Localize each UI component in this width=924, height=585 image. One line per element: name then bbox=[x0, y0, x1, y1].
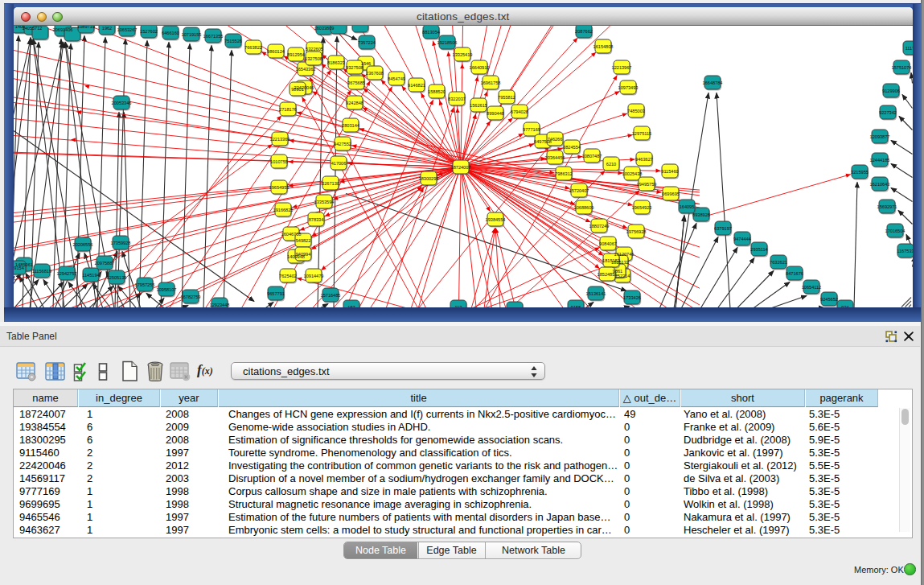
svg-text:18300295: 18300295 bbox=[419, 176, 439, 181]
svg-text:549822: 549822 bbox=[296, 238, 311, 243]
svg-text:8938928: 8938928 bbox=[692, 212, 710, 217]
svg-text:16120746: 16120746 bbox=[614, 252, 634, 257]
svg-text:8322037: 8322037 bbox=[448, 97, 466, 101]
svg-text:9245652: 9245652 bbox=[820, 297, 838, 302]
svg-text:1962: 1962 bbox=[102, 26, 112, 31]
svg-text:9227342: 9227342 bbox=[879, 110, 897, 115]
svg-text:9327508: 9327508 bbox=[346, 65, 363, 70]
svg-text:8912954: 8912954 bbox=[287, 52, 305, 57]
svg-text:9860124: 9860124 bbox=[267, 49, 285, 54]
svg-text:10719155: 10719155 bbox=[182, 32, 202, 37]
svg-text:7663822: 7663822 bbox=[244, 45, 262, 50]
svg-text:16033809: 16033809 bbox=[314, 26, 335, 31]
svg-text:12213967: 12213967 bbox=[612, 65, 632, 70]
svg-text:19756928: 19756928 bbox=[626, 229, 647, 234]
svg-text:13325419: 13325419 bbox=[453, 52, 473, 57]
svg-text:15720407: 15720407 bbox=[569, 188, 589, 193]
svg-text:924: 924 bbox=[841, 305, 848, 308]
svg-text:9242848: 9242848 bbox=[346, 101, 363, 105]
svg-text:2935114: 2935114 bbox=[750, 247, 767, 252]
svg-text:9115460: 9115460 bbox=[661, 169, 678, 174]
svg-text:20206556: 20206556 bbox=[73, 242, 93, 247]
svg-text:196: 196 bbox=[511, 307, 518, 308]
svg-text:1588520: 1588520 bbox=[428, 89, 446, 94]
svg-text:1562615: 1562615 bbox=[470, 103, 487, 108]
svg-text:2087662: 2087662 bbox=[575, 29, 593, 34]
svg-text:15692971: 15692971 bbox=[877, 204, 897, 209]
svg-text:3267130: 3267130 bbox=[322, 181, 339, 186]
svg-text:113: 113 bbox=[455, 305, 462, 308]
svg-text:14055712: 14055712 bbox=[23, 26, 43, 31]
svg-text:10914479: 10914479 bbox=[304, 274, 324, 278]
svg-text:18524851: 18524851 bbox=[598, 272, 618, 277]
svg-text:18724007: 18724007 bbox=[451, 165, 471, 170]
svg-text:6210: 6210 bbox=[606, 162, 616, 167]
svg-text:12505135: 12505135 bbox=[107, 275, 127, 280]
svg-text:10025438: 10025438 bbox=[622, 171, 643, 176]
svg-text:12444185: 12444185 bbox=[870, 158, 890, 163]
svg-text:11156819: 11156819 bbox=[32, 269, 51, 274]
svg-text:6379197: 6379197 bbox=[714, 226, 732, 231]
svg-text:12213369: 12213369 bbox=[270, 137, 290, 142]
svg-text:1327508: 1327508 bbox=[305, 56, 322, 61]
svg-text:8454749: 8454749 bbox=[388, 76, 405, 81]
svg-text:9084067: 9084067 bbox=[599, 241, 617, 246]
svg-text:12942757: 12942757 bbox=[57, 271, 77, 276]
svg-text:16961758: 16961758 bbox=[481, 80, 501, 85]
svg-text:20364456: 20364456 bbox=[545, 155, 565, 160]
svg-text:9474444: 9474444 bbox=[733, 237, 751, 241]
svg-text:7515526: 7515526 bbox=[224, 39, 242, 43]
svg-text:2803144: 2803144 bbox=[342, 123, 359, 128]
svg-text:16543362: 16543362 bbox=[296, 67, 316, 72]
svg-text:1167533: 1167533 bbox=[897, 249, 912, 253]
svg-text:5322605: 5322605 bbox=[306, 47, 323, 51]
svg-text:20691406: 20691406 bbox=[53, 27, 73, 32]
svg-text:0699695: 0699695 bbox=[662, 192, 680, 196]
svg-text:17957255: 17957255 bbox=[135, 282, 155, 287]
svg-text:6466160: 6466160 bbox=[162, 31, 179, 35]
svg-text:8471676: 8471676 bbox=[786, 271, 803, 276]
svg-text:16640910: 16640910 bbox=[470, 65, 490, 70]
svg-text:20053346: 20053346 bbox=[112, 101, 132, 105]
svg-text:16782759: 16782759 bbox=[181, 295, 201, 299]
svg-text:19218506: 19218506 bbox=[437, 40, 458, 45]
svg-text:6794028: 6794028 bbox=[511, 109, 528, 114]
svg-text:19654955: 19654955 bbox=[269, 185, 290, 190]
svg-text:11174: 11174 bbox=[906, 46, 913, 51]
svg-text:9777169: 9777169 bbox=[523, 127, 540, 132]
svg-text:16154808: 16154808 bbox=[593, 44, 614, 49]
svg-text:16671355: 16671355 bbox=[203, 34, 224, 39]
svg-text:10654112: 10654112 bbox=[802, 285, 821, 290]
svg-text:7632621: 7632621 bbox=[770, 260, 787, 265]
svg-text:7485003: 7485003 bbox=[627, 109, 645, 113]
svg-text:7986312: 7986312 bbox=[555, 171, 573, 176]
svg-text:417006: 417006 bbox=[331, 161, 347, 166]
svg-text:157: 157 bbox=[347, 305, 355, 308]
svg-text:39154: 39154 bbox=[14, 266, 24, 270]
svg-text:2367608: 2367608 bbox=[366, 71, 384, 76]
svg-text:164095: 164095 bbox=[680, 204, 695, 209]
svg-text:8990448: 8990448 bbox=[487, 111, 504, 116]
svg-text:3824554: 3824554 bbox=[563, 145, 581, 150]
svg-text:19495759: 19495759 bbox=[637, 182, 657, 187]
svg-text:1089719: 1089719 bbox=[77, 26, 95, 29]
svg-text:12923448: 12923448 bbox=[210, 303, 230, 307]
svg-text:10688609: 10688609 bbox=[574, 205, 594, 210]
svg-text:9463627: 9463627 bbox=[635, 157, 653, 162]
svg-text:10653267: 10653267 bbox=[117, 27, 138, 32]
svg-text:9427552: 9427552 bbox=[334, 142, 351, 146]
svg-text:3675685: 3675685 bbox=[347, 80, 365, 85]
svg-text:8186323: 8186323 bbox=[327, 60, 345, 65]
svg-text:1815152: 1815152 bbox=[602, 258, 620, 263]
svg-text:1010755: 1010755 bbox=[270, 159, 288, 164]
svg-text:12093877: 12093877 bbox=[870, 134, 890, 139]
svg-text:10958107: 10958107 bbox=[157, 287, 177, 292]
svg-text:10973493: 10973493 bbox=[618, 85, 639, 90]
svg-text:2718176: 2718176 bbox=[279, 107, 297, 112]
svg-text:17016504: 17016504 bbox=[885, 229, 906, 233]
svg-text:7625402: 7625402 bbox=[279, 274, 297, 278]
svg-text:1145194: 1145194 bbox=[82, 273, 99, 278]
svg-text:19166825: 19166825 bbox=[273, 208, 294, 212]
svg-text:98901: 98901 bbox=[291, 87, 304, 92]
svg-text:12975115: 12975115 bbox=[632, 131, 651, 136]
